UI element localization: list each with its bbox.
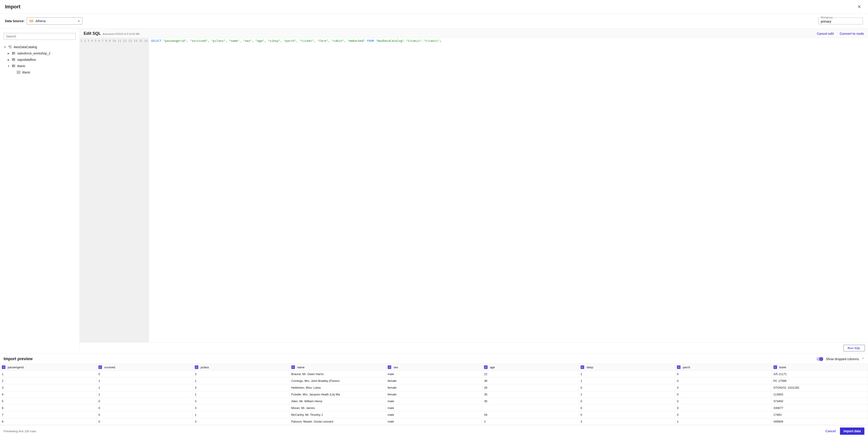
database-node[interactable]: ▶sapodataflow xyxy=(7,57,76,63)
sql-code-editor[interactable]: 1 2 3 4 5 6 7 8 9 10 11 12 13 14 15 16 S… xyxy=(80,38,868,342)
table-row: 603Moran, Mr. Jamesmale00330877 xyxy=(0,405,868,411)
column-header[interactable]: ✓sex xyxy=(386,364,482,371)
preview-table-wrap[interactable]: ✓passengerid✓survived✓pclass✓name✓sex✓ag… xyxy=(0,364,868,425)
column-header[interactable]: ✓ticket xyxy=(771,364,868,371)
run-sql-button[interactable]: Run SQL xyxy=(843,345,865,351)
column-checkbox[interactable]: ✓ xyxy=(484,365,488,369)
workgroup-input[interactable] xyxy=(821,20,861,23)
editor-title: Edit SQL xyxy=(84,31,101,36)
table-cell: 7 xyxy=(0,411,96,418)
table-row: 313Heikkinen, Miss. Lainafemale2600STON/… xyxy=(0,384,868,391)
column-header[interactable]: ✓parch xyxy=(675,364,771,371)
catalog-icon xyxy=(8,45,12,48)
preview-table: ✓passengerid✓survived✓pclass✓name✓sex✓ag… xyxy=(0,364,868,425)
close-icon[interactable]: ✕ xyxy=(856,3,863,10)
table-row: 503Allen, Mr. William Henrymale350037345… xyxy=(0,398,868,405)
table-cell: 330877 xyxy=(771,405,868,411)
column-checkbox[interactable]: ✓ xyxy=(773,365,777,369)
database-icon xyxy=(12,58,16,61)
svg-line-8 xyxy=(9,46,10,48)
table-node[interactable]: titanic xyxy=(17,69,76,75)
column-name: name xyxy=(297,366,305,369)
database-label: sapodataflow xyxy=(17,58,36,62)
svg-rect-4 xyxy=(8,46,9,47)
catalog-node[interactable]: ▼ AwsDataCatalog xyxy=(4,44,76,50)
table-cell: 0 xyxy=(96,371,193,377)
data-source-select[interactable]: Athena ▼ xyxy=(27,18,82,25)
column-header[interactable]: ✓name xyxy=(289,364,385,371)
convert-to-node-button[interactable]: Convert to node xyxy=(840,32,864,35)
sql-content[interactable]: SELECT "passengerid", "survived", "pclas… xyxy=(149,38,868,342)
table-cell: 1 xyxy=(0,371,96,377)
table-cell: 0 xyxy=(579,398,675,405)
table-cell: PC 17599 xyxy=(771,377,868,384)
column-checkbox[interactable]: ✓ xyxy=(581,365,584,369)
table-cell: male xyxy=(386,411,482,418)
column-header[interactable]: ✓passengerid xyxy=(0,364,96,371)
table-cell: 1 xyxy=(193,377,289,384)
table-cell: 3 xyxy=(193,384,289,391)
column-header[interactable]: ✓sibsp xyxy=(579,364,675,371)
chevron-icon: ▼ xyxy=(7,65,10,67)
search-input[interactable] xyxy=(4,33,76,40)
collapse-icon[interactable]: ⌃ xyxy=(862,357,864,361)
table-cell: 3 xyxy=(193,405,289,411)
table-cell: Braund, Mr. Owen Harris xyxy=(289,371,385,377)
column-checkbox[interactable]: ✓ xyxy=(388,365,391,369)
svg-rect-3 xyxy=(32,20,33,22)
column-header[interactable]: ✓pclass xyxy=(193,364,289,371)
table-cell: 38 xyxy=(482,377,579,384)
table-cell: 17463 xyxy=(771,411,868,418)
table-cell: McCarthy, Mr. Timothy J xyxy=(289,411,385,418)
database-node[interactable]: ▶salesforce_workshop_2 xyxy=(7,50,76,57)
page-header: Import ✕ xyxy=(0,0,868,14)
cancel-button[interactable]: Cancel xyxy=(826,429,836,433)
column-name: age xyxy=(490,366,495,369)
table-cell: 3 xyxy=(193,398,289,405)
table-cell: female xyxy=(386,384,482,391)
table-cell: 0 xyxy=(579,384,675,391)
chevron-down-icon: ▼ xyxy=(78,20,80,22)
show-dropped-toggle[interactable] xyxy=(816,357,823,361)
table-cell: STON/O2. 3101282 xyxy=(771,384,868,391)
database-node[interactable]: ▼titanic xyxy=(7,63,76,69)
column-checkbox[interactable]: ✓ xyxy=(677,365,681,369)
workgroup-field[interactable]: Workgroup xyxy=(818,18,863,24)
chevron-down-icon: ▼ xyxy=(4,46,6,48)
table-cell: 0 xyxy=(96,411,193,418)
table-cell: Cumings, Mrs. John Bradley (Florenc xyxy=(289,377,385,384)
workgroup-label: Workgroup xyxy=(820,16,833,19)
table-cell: 1 xyxy=(96,377,193,384)
preview-note: Previewing first 100 rows xyxy=(4,430,36,433)
table-cell: 2 xyxy=(482,418,579,425)
database-label: titanic xyxy=(17,64,26,68)
data-source-row: Data Source: Athena ▼ Workgroup xyxy=(0,14,868,29)
svg-rect-5 xyxy=(10,45,11,46)
table-cell: 0 xyxy=(675,391,771,398)
database-label: salesforce_workshop_2 xyxy=(17,52,51,55)
chevron-icon: ▶ xyxy=(7,59,10,61)
data-source-label: Data Source: xyxy=(5,19,24,23)
table-cell: 4 xyxy=(0,391,96,398)
table-row: 103Braund, Mr. Owen Harrismale2210A/5 21… xyxy=(0,371,868,377)
table-cell: 26 xyxy=(482,384,579,391)
table-cell: 1 xyxy=(193,411,289,418)
column-checkbox[interactable]: ✓ xyxy=(2,365,5,369)
table-cell: male xyxy=(386,405,482,411)
cancel-edit-button[interactable]: Cancel edit xyxy=(817,32,834,35)
sidebar: ▼ AwsDataCatalog ▶salesforce_workshop_2▶… xyxy=(0,29,80,354)
catalog-label: AwsDataCatalog xyxy=(13,45,37,49)
table-cell: 0 xyxy=(675,384,771,391)
table-cell: male xyxy=(386,371,482,377)
column-checkbox[interactable]: ✓ xyxy=(195,365,198,369)
table-cell: 35 xyxy=(482,391,579,398)
column-header[interactable]: ✓age xyxy=(482,364,579,371)
table-cell: Futrelle, Mrs. Jacques Heath (Lily Ma xyxy=(289,391,385,398)
table-cell: 1 xyxy=(675,418,771,425)
column-checkbox[interactable]: ✓ xyxy=(291,365,295,369)
table-cell: 0 xyxy=(675,398,771,405)
column-checkbox[interactable]: ✓ xyxy=(98,365,102,369)
column-header[interactable]: ✓survived xyxy=(96,364,193,371)
table-label: titanic xyxy=(22,70,31,74)
import-data-button[interactable]: Import data xyxy=(840,428,864,435)
